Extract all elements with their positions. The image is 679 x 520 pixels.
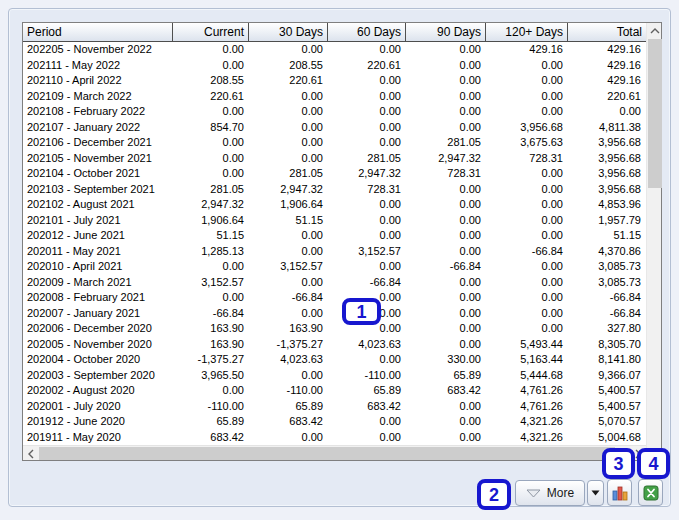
scroll-left-button[interactable] — [23, 446, 39, 461]
horizontal-scroll-thumb[interactable] — [39, 447, 615, 460]
amount-cell: 5,004.68 — [568, 430, 646, 446]
table-row[interactable]: 202105 - November 20210.000.00281.052,94… — [23, 151, 646, 167]
amount-cell: 0.00 — [328, 352, 406, 368]
table-row[interactable]: 202205 - November 20220.000.000.000.0042… — [23, 42, 646, 58]
column-header-120-days[interactable]: 120+ Days — [486, 23, 568, 41]
table-row[interactable]: 202106 - December 20210.000.000.00281.05… — [23, 135, 646, 151]
amount-cell: 0.00 — [406, 244, 486, 260]
table-row[interactable]: 202004 - October 2020-1,375.274,023.630.… — [23, 352, 646, 368]
table-row[interactable]: 202011 - May 20211,285.130.003,152.570.0… — [23, 244, 646, 260]
amount-cell: 0.00 — [173, 42, 249, 58]
amount-cell: 0.00 — [406, 399, 486, 415]
amount-cell: 3,956.68 — [568, 182, 646, 198]
period-cell: 202109 - March 2022 — [23, 89, 173, 105]
column-header-total[interactable]: Total — [568, 23, 646, 41]
period-cell: 202005 - November 2020 — [23, 337, 173, 353]
amount-cell: 0.00 — [486, 73, 568, 89]
amount-cell: 0.00 — [406, 120, 486, 136]
amount-cell: 728.31 — [328, 182, 406, 198]
table-row[interactable]: 201911 - May 2020683.420.000.000.004,321… — [23, 430, 646, 446]
amount-cell: -1,375.27 — [173, 352, 249, 368]
excel-export-button[interactable] — [638, 479, 663, 506]
vertical-scroll-thumb[interactable] — [648, 39, 662, 188]
amount-cell: 3,956.68 — [568, 166, 646, 182]
amount-cell: 0.00 — [486, 259, 568, 275]
scroll-up-button[interactable] — [647, 23, 663, 38]
amount-cell: 220.61 — [328, 58, 406, 74]
amount-cell: 8,141.80 — [568, 352, 646, 368]
table-row[interactable]: 202012 - June 202151.150.000.000.000.005… — [23, 228, 646, 244]
amount-cell: 4,321.26 — [486, 430, 568, 446]
table-row[interactable]: 202109 - March 2022220.610.000.000.000.0… — [23, 89, 646, 105]
amount-cell: 3,965.50 — [173, 368, 249, 384]
amount-cell: 208.55 — [249, 58, 328, 74]
amount-cell: 0.00 — [328, 42, 406, 58]
amount-cell: 0.00 — [328, 213, 406, 229]
amount-cell: 0.00 — [173, 151, 249, 167]
table-row[interactable]: 202111 - May 20220.00208.55220.610.000.0… — [23, 58, 646, 74]
amount-cell: 281.05 — [249, 166, 328, 182]
period-cell: 202010 - April 2021 — [23, 259, 173, 275]
period-cell: 201911 - May 2020 — [23, 430, 173, 446]
vertical-scrollbar[interactable] — [646, 23, 661, 460]
table-row[interactable]: 202010 - April 20210.003,152.570.00-66.8… — [23, 259, 646, 275]
amount-cell: -66.84 — [486, 244, 568, 260]
table-row[interactable]: 202001 - July 2020-110.0065.89683.420.00… — [23, 399, 646, 415]
table-row[interactable]: 202006 - December 2020163.90163.900.000.… — [23, 321, 646, 337]
table-row[interactable]: 202107 - January 2022854.700.000.000.003… — [23, 120, 646, 136]
period-cell: 202102 - August 2021 — [23, 197, 173, 213]
table-row[interactable]: 202102 - August 20212,947.321,906.640.00… — [23, 197, 646, 213]
column-header-90-days[interactable]: 90 Days — [406, 23, 486, 41]
annotation-mark-1: 1 — [342, 298, 381, 325]
amount-cell: 1,906.64 — [249, 197, 328, 213]
period-cell: 202001 - July 2020 — [23, 399, 173, 415]
amount-cell: 65.89 — [406, 368, 486, 384]
amount-cell: 0.00 — [486, 321, 568, 337]
amount-cell: 3,085.73 — [568, 275, 646, 291]
period-cell: 202108 - February 2022 — [23, 104, 173, 120]
amount-cell: 163.90 — [173, 337, 249, 353]
amount-cell: 0.00 — [486, 104, 568, 120]
table-row[interactable]: 202103 - September 2021281.052,947.32728… — [23, 182, 646, 198]
amount-cell: 0.00 — [249, 42, 328, 58]
amount-cell: 0.00 — [249, 368, 328, 384]
column-header-30-days[interactable]: 30 Days — [249, 23, 328, 41]
chart-button[interactable] — [607, 479, 632, 506]
table-row[interactable]: 202104 - October 20210.00281.052,947.327… — [23, 166, 646, 182]
amount-cell: 0.00 — [486, 166, 568, 182]
amount-cell: 0.00 — [328, 259, 406, 275]
amount-cell: 0.00 — [249, 89, 328, 105]
amount-cell: 0.00 — [486, 213, 568, 229]
table-row[interactable]: 202002 - August 20200.00-110.0065.89683.… — [23, 383, 646, 399]
column-header-current[interactable]: Current — [173, 23, 249, 41]
amount-cell: 4,811.38 — [568, 120, 646, 136]
column-header-period[interactable]: Period — [23, 23, 173, 41]
table-row[interactable]: 202108 - February 20220.000.000.000.000.… — [23, 104, 646, 120]
table-row[interactable]: 201912 - June 202065.89683.420.000.004,3… — [23, 414, 646, 430]
amount-cell: 0.00 — [249, 135, 328, 151]
amount-cell: 5,163.44 — [486, 352, 568, 368]
amount-cell: 220.61 — [249, 73, 328, 89]
amount-cell: 0.00 — [486, 58, 568, 74]
more-dropdown-button[interactable] — [587, 480, 604, 506]
period-cell: 202107 - January 2022 — [23, 120, 173, 136]
table-row[interactable]: 202003 - September 20203,965.500.00-110.… — [23, 368, 646, 384]
amount-cell: 5,070.57 — [568, 414, 646, 430]
more-button[interactable]: More — [515, 480, 585, 506]
table-row[interactable]: 202110 - April 2022208.55220.610.000.000… — [23, 73, 646, 89]
amount-cell: 1,957.79 — [568, 213, 646, 229]
table-row[interactable]: 202007 - January 2021-66.840.000.000.000… — [23, 306, 646, 322]
amount-cell: 9,366.07 — [568, 368, 646, 384]
table-body: 202205 - November 20220.000.000.000.0042… — [23, 42, 646, 445]
horizontal-scrollbar[interactable] — [23, 445, 646, 460]
table-row[interactable]: 202101 - July 20211,906.6451.150.000.000… — [23, 213, 646, 229]
table-row[interactable]: 202005 - November 2020163.90-1,375.274,0… — [23, 337, 646, 353]
table-row[interactable]: 202009 - March 20213,152.570.00-66.840.0… — [23, 275, 646, 291]
amount-cell: 4,761.26 — [486, 399, 568, 415]
period-cell: 202110 - April 2022 — [23, 73, 173, 89]
column-header-60-days[interactable]: 60 Days — [328, 23, 406, 41]
amount-cell: -66.84 — [568, 306, 646, 322]
amount-cell: 0.00 — [486, 197, 568, 213]
amount-cell: 0.00 — [406, 306, 486, 322]
table-row[interactable]: 202008 - February 20210.00-66.840.000.00… — [23, 290, 646, 306]
